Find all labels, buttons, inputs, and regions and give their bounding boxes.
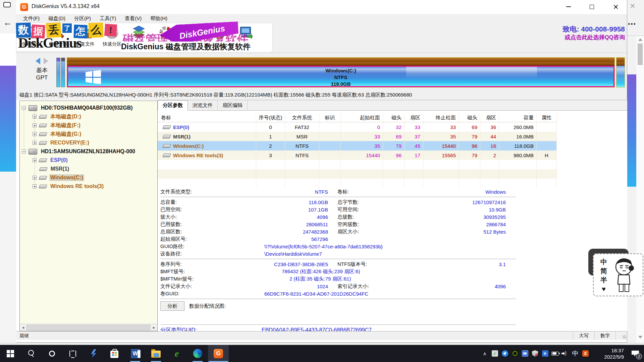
background-scrollbar[interactable] (636, 36, 644, 345)
expand-icon[interactable] (33, 132, 37, 136)
detail-row: 设备路径:\Device\HarddiskVolume7 (160, 250, 623, 257)
menu-item[interactable]: 帮助(H) (146, 14, 172, 23)
cortana-button[interactable] (42, 345, 62, 362)
expand-icon[interactable] (33, 141, 37, 145)
ime-indicator[interactable]: 中 (571, 345, 580, 362)
scroll-down-icon[interactable] (638, 336, 642, 339)
update-tray-icon[interactable]: ✓ (490, 345, 499, 362)
detail-value: 107.1GB (264, 207, 328, 213)
menu-item[interactable]: 文件(F) (19, 14, 44, 23)
tab-active[interactable]: 分区参数 (158, 100, 188, 111)
nvidia-tray-icon[interactable] (511, 345, 519, 362)
expand-icon[interactable] (33, 123, 37, 127)
intel-graphics-tray-icon[interactable] (521, 345, 529, 362)
detail-row: $MFTMirr簇号:2 (柱面:35 磁头:79 扇区:61) (160, 275, 623, 283)
menu-item[interactable]: 工具(T) (95, 14, 120, 23)
column-header[interactable]: 序号(状态) (256, 114, 285, 122)
scrollbar-thumb[interactable] (638, 44, 643, 65)
column-header[interactable]: 标识 (319, 114, 341, 122)
column-header[interactable]: 卷标 (158, 114, 256, 122)
column-header[interactable]: 文件系统 (285, 114, 319, 122)
flash-app-icon[interactable] (83, 345, 104, 362)
back-arrow-icon[interactable]: ← (3, 17, 12, 28)
tree-item[interactable]: HD0:TOSHIBAMQ04ABF100(932GB) (22, 104, 134, 112)
table-cell: 79 (459, 132, 480, 141)
re-tools-partition-bar[interactable] (616, 58, 625, 87)
table-row[interactable]: ESP(0)0FAT3203233336936260.0MB (158, 122, 557, 132)
notification-center-icon[interactable]: 2 (627, 345, 644, 362)
diskgenius-icon[interactable]: G (208, 345, 229, 362)
column-header[interactable]: 属性 (537, 114, 557, 122)
analyze-button[interactable]: 分析 (160, 301, 184, 311)
background-close-icon[interactable] (630, 3, 637, 11)
column-header[interactable]: 容量 (499, 114, 537, 122)
prev-disk-icon[interactable] (36, 58, 40, 64)
tab-inactive[interactable]: 浏览文件 (188, 100, 218, 111)
msr-partition-bar[interactable] (61, 58, 65, 87)
clock[interactable]: 18:37 2022/5/9 (593, 347, 624, 360)
alloc-map-label: 数据分配情况图: (189, 303, 226, 309)
browser-e-icon[interactable]: e (166, 345, 187, 362)
volume-name: Windows RE tools(3) (173, 153, 223, 158)
start-button[interactable] (0, 345, 21, 362)
task-view-button[interactable] (62, 345, 83, 362)
snowflake-tray-icon[interactable]: ❄ (541, 345, 549, 362)
tab-inactive[interactable]: 扇区编辑 (218, 100, 248, 111)
menu-item[interactable]: 查看(V) (120, 14, 146, 23)
resize-grip[interactable] (615, 331, 627, 340)
menu-item[interactable]: 分区(P) (70, 14, 95, 23)
sogou-tray-icon[interactable]: S (581, 345, 590, 362)
next-disk-icon[interactable] (44, 58, 48, 64)
expand-icon[interactable] (33, 115, 37, 119)
tree-item[interactable]: 本地磁盘(D:) (33, 112, 82, 121)
scroll-left-icon[interactable]: ◂ (20, 324, 26, 331)
tree-item[interactable]: Windows(C:) (33, 173, 84, 182)
collapse-icon[interactable] (22, 149, 26, 154)
battery-tray-icon[interactable] (551, 345, 559, 362)
store-icon[interactable] (104, 345, 125, 362)
expand-icon[interactable] (33, 158, 37, 162)
more-options-icon[interactable]: ••• (628, 21, 636, 28)
column-header[interactable]: 终止柱面 (423, 114, 459, 122)
maximize-button[interactable] (584, 0, 599, 13)
column-header[interactable]: 扇区 (480, 114, 499, 122)
tree-item[interactable]: RECOVERY(E:) (33, 138, 90, 147)
dingtalk-tray-icon[interactable] (500, 345, 509, 362)
tree-item[interactable]: ESP(0) (33, 156, 69, 165)
close-button[interactable] (608, 0, 623, 13)
expand-icon[interactable] (33, 184, 37, 188)
table-row[interactable]: MSR(1)1MSR33693735794416.0MB (158, 132, 557, 141)
tray-expand-icon[interactable]: ∧ (480, 345, 489, 362)
word-icon[interactable]: W (125, 345, 146, 362)
windows-c-partition-bar[interactable]: Windows(C:) NTFS 118.0GB (67, 58, 614, 87)
file-explorer-icon[interactable] (146, 345, 166, 362)
table-row[interactable]: Windows RE tools(3)3NTFS1544096171556579… (158, 150, 557, 160)
edge-icon[interactable] (187, 345, 208, 362)
tree-item[interactable]: HD1:SAMSUNGMZNLN128HAHQ-000 (22, 147, 136, 156)
volume-name: MSR(1) (173, 134, 191, 139)
empty-row (158, 179, 557, 188)
volume-tray-icon[interactable] (561, 345, 570, 362)
column-header[interactable]: 起始柱面 (341, 114, 383, 122)
column-header[interactable]: 扇区 (405, 114, 423, 122)
esp-partition-bar[interactable] (56, 58, 60, 87)
tree-scroll-thumb[interactable] (26, 325, 151, 330)
collapse-icon[interactable] (22, 106, 26, 110)
tree-item[interactable]: 本地磁盘(G:) (33, 130, 82, 138)
defender-tray-icon[interactable] (531, 345, 539, 362)
tree-horizontal-scrollbar[interactable]: ◂ ▸ (20, 324, 157, 331)
expand-icon[interactable] (33, 176, 37, 180)
table-row[interactable]: Windows(C:)2NTFS357945154409616118.0GB (158, 141, 557, 150)
partition-table: 卷标序号(状态)文件系统标识起始柱面磁头扇区终止柱面磁头扇区容量属性ESP(0)… (158, 114, 557, 188)
search-button[interactable] (21, 345, 42, 362)
scroll-right-icon[interactable]: ▸ (151, 324, 157, 331)
column-header[interactable]: 磁头 (459, 114, 480, 122)
column-header[interactable]: 磁头 (383, 114, 405, 122)
detail-label: 总字节数: (328, 199, 412, 205)
tree-item[interactable]: MSR(1) (33, 165, 70, 173)
menu-item[interactable]: 磁盘(D) (44, 14, 70, 23)
minimize-button[interactable] (561, 0, 576, 13)
tree-item[interactable]: 本地磁盘(F:) (33, 121, 82, 130)
tree-item[interactable]: Windows RE tools(3) (33, 182, 105, 191)
scroll-up-icon[interactable] (638, 38, 642, 41)
